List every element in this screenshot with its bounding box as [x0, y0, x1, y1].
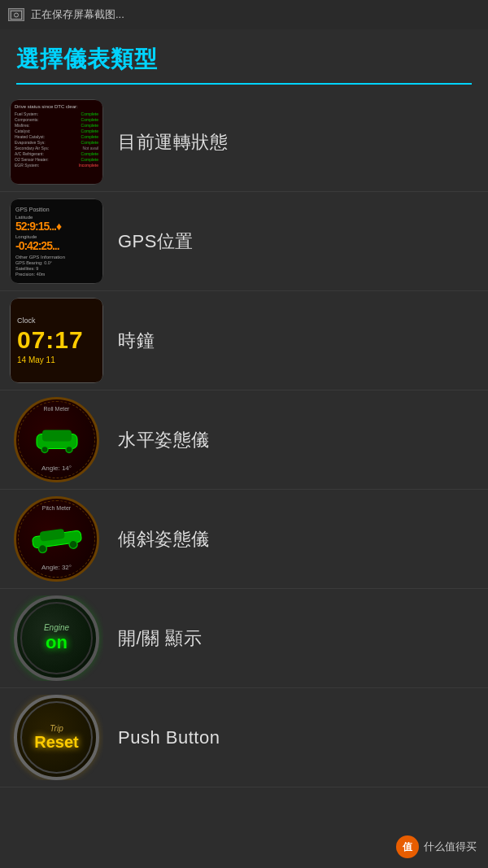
watermark: 值 什么值得买	[396, 835, 477, 858]
clock-label: 時鐘	[118, 329, 155, 353]
screenshot-icon	[8, 8, 24, 21]
status-text: 正在保存屏幕截图...	[31, 7, 124, 22]
bubble-level-label: 水平姿態儀	[118, 428, 210, 452]
main-container: 選擇儀表類型 Drive status since DTC clear: Fue…	[0, 29, 488, 868]
watermark-badge: 值	[396, 835, 419, 858]
svg-rect-1	[11, 11, 21, 19]
clock-icon: Clock 07:17 14 May 11	[10, 298, 103, 383]
status-bar: 正在保存屏幕截图...	[0, 0, 488, 29]
header: 選擇儀表類型	[0, 29, 488, 93]
engine-on-icon: Engine on	[10, 595, 103, 681]
trip-reset-icon: Trip Reset	[10, 695, 103, 780]
drive-status-label: 目前運轉狀態	[118, 130, 228, 155]
watermark-text: 什么值得买	[424, 840, 477, 854]
trip-reset-label: Push Button	[118, 727, 220, 748]
list-item-bubble-level[interactable]: Roll Meter Angle: 14° 水平姿態儀	[0, 390, 488, 490]
list-item-clock[interactable]: Clock 07:17 14 May 11 時鐘	[0, 291, 488, 390]
gps-icon: GPS Position Latitude 52:9:15...♦ Longit…	[10, 198, 103, 284]
pitch-meter-icon: Pitch Meter Angle: 32°	[10, 496, 103, 582]
bubble-level-icon: Roll Meter Angle: 14°	[10, 397, 103, 482]
svg-rect-4	[42, 430, 72, 441]
pitch-meter-label: 傾斜姿態儀	[118, 527, 210, 552]
header-divider	[16, 83, 472, 85]
gps-label: GPS位置	[118, 229, 194, 254]
drive-status-icon: Drive status since DTC clear: Fuel Syste…	[10, 99, 103, 185]
list-item-drive-status[interactable]: Drive status since DTC clear: Fuel Syste…	[0, 93, 488, 192]
list-item-engine-on[interactable]: Engine on 開/關 顯示	[0, 589, 488, 688]
list-item-gps[interactable]: GPS Position Latitude 52:9:15...♦ Longit…	[0, 192, 488, 291]
engine-on-label: 開/關 顯示	[118, 626, 202, 651]
list-item-trip-reset[interactable]: Trip Reset Push Button	[0, 688, 488, 787]
page-title: 選擇儀表類型	[16, 44, 472, 75]
list-item-pitch-meter[interactable]: Pitch Meter Angle: 32° 傾斜姿態儀	[0, 490, 488, 589]
svg-point-6	[66, 446, 72, 452]
instrument-list: Drive status since DTC clear: Fuel Syste…	[0, 93, 488, 787]
svg-point-5	[41, 446, 48, 452]
